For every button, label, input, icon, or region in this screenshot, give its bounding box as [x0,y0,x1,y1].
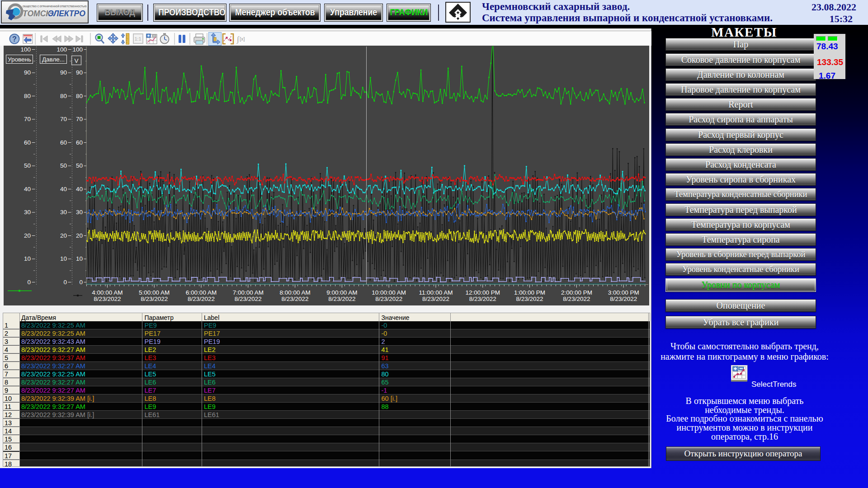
svg-text:100: 100 [57,46,67,53]
svg-text:50: 50 [24,162,31,169]
svg-text:[x]: [x] [240,36,245,42]
svg-text:100: 100 [20,46,31,53]
svg-text:90: 90 [24,69,31,76]
svg-text:50: 50 [60,162,67,169]
svg-text:1:00:00 PM: 1:00:00 PM [514,289,545,296]
svg-text:4:00:00 AM: 4:00:00 AM [92,289,123,296]
svg-text:8/23/2022: 8/23/2022 [422,296,449,302]
svg-text:9:00:00 AM: 9:00:00 AM [326,289,357,296]
svg-text:80: 80 [60,93,67,99]
svg-text:8/23/2022: 8/23/2022 [610,296,637,302]
svg-text:8/23/2022: 8/23/2022 [563,296,590,302]
svg-text:12:00:00 PM: 12:00:00 PM [466,289,500,296]
svg-text:90: 90 [76,69,83,76]
svg-text:8/23/2022: 8/23/2022 [328,296,355,302]
svg-text:40: 40 [60,186,67,192]
svg-text:∫: ∫ [236,35,240,44]
svg-text:V: V [74,57,78,64]
svg-text:8/23/2022: 8/23/2022 [235,296,262,302]
svg-text:60: 60 [60,139,67,146]
svg-text:20: 20 [76,232,83,239]
svg-text:70: 70 [60,116,67,122]
svg-text:0: 0 [63,279,67,286]
svg-text:8/23/2022: 8/23/2022 [282,296,309,302]
svg-text:Давле...: Давле... [42,56,65,63]
svg-text:8/23/2022: 8/23/2022 [94,296,121,302]
svg-text:20: 20 [60,232,67,239]
svg-text:100: 100 [72,46,83,53]
svg-text:Уровень: Уровень [8,56,31,63]
svg-text:80: 80 [24,93,31,99]
svg-text:10: 10 [24,255,31,262]
svg-text:1:1: 1:1 [135,37,142,42]
svg-text:8:00:00 AM: 8:00:00 AM [279,289,310,296]
svg-text:10: 10 [76,255,83,262]
svg-text:90: 90 [60,69,67,76]
svg-text:5:00:00 AM: 5:00:00 AM [139,289,170,296]
svg-text:30: 30 [24,209,31,216]
svg-text:ЭЛЕКТРО: ЭЛЕКТРО [48,9,85,18]
svg-text:30: 30 [76,209,83,216]
svg-text:80: 80 [76,93,83,99]
svg-text:0: 0 [27,279,31,286]
svg-text:70: 70 [24,116,31,122]
svg-text:30: 30 [60,209,67,216]
svg-text:60: 60 [76,139,83,146]
svg-text:0: 0 [79,279,83,286]
svg-text:40: 40 [24,186,31,192]
svg-text:70: 70 [76,116,83,122]
svg-text:8/23/2022: 8/23/2022 [188,296,215,302]
svg-text:ТОМСК: ТОМСК [23,9,51,18]
svg-text:8/23/2022: 8/23/2022 [469,296,496,302]
svg-text:6:00:00 AM: 6:00:00 AM [186,289,217,296]
svg-text:ОБЩЕСТВО С ОГРАНИЧЕННОЙ ОТВЕТС: ОБЩЕСТВО С ОГРАНИЧЕННОЙ ОТВЕТСТВЕННОСТЬЮ [23,5,87,8]
svg-text:10:00:00 AM: 10:00:00 AM [372,289,406,296]
svg-text:8/23/2022: 8/23/2022 [516,296,543,302]
svg-text:?: ? [12,35,17,43]
svg-text:50: 50 [76,162,83,169]
svg-text:2:00:00 PM: 2:00:00 PM [561,289,592,296]
svg-text:20: 20 [24,232,31,239]
svg-text:11:00:00 AM: 11:00:00 AM [419,289,453,296]
svg-text:60: 60 [24,139,31,146]
svg-text:7:00:00 AM: 7:00:00 AM [233,289,264,296]
svg-text:8/23/2022: 8/23/2022 [375,296,402,302]
svg-text:10: 10 [60,255,67,262]
svg-text:3:00:00 PM: 3:00:00 PM [608,289,639,296]
svg-text:40: 40 [76,186,83,192]
svg-text:8/23/2022: 8/23/2022 [141,296,168,302]
